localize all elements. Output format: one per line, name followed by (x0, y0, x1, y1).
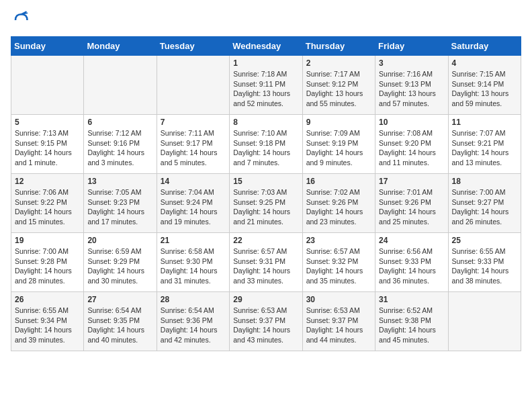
day-number: 22 (233, 236, 298, 245)
day-number: 28 (161, 295, 226, 304)
day-cell (448, 292, 521, 351)
header-day-thursday: Thursday (302, 37, 375, 56)
day-info: Sunrise: 7:17 AMSunset: 9:12 PMDaylight:… (306, 69, 371, 109)
day-number: 20 (87, 236, 152, 245)
day-cell: 12Sunrise: 7:06 AMSunset: 9:22 PMDayligh… (11, 174, 84, 233)
day-number: 23 (306, 236, 371, 245)
day-number: 18 (452, 177, 517, 186)
day-cell: 17Sunrise: 7:01 AMSunset: 9:26 PMDayligh… (375, 174, 448, 233)
day-cell: 6Sunrise: 7:12 AMSunset: 9:16 PMDaylight… (84, 115, 157, 174)
day-info: Sunrise: 6:58 AMSunset: 9:30 PMDaylight:… (161, 246, 226, 286)
day-cell: 15Sunrise: 7:03 AMSunset: 9:25 PMDayligh… (230, 174, 302, 233)
day-cell: 25Sunrise: 6:55 AMSunset: 9:33 PMDayligh… (448, 233, 521, 292)
day-number: 1 (233, 58, 298, 68)
day-info: Sunrise: 7:08 AMSunset: 9:20 PMDaylight:… (379, 128, 444, 168)
page-header (11, 11, 521, 30)
day-cell: 16Sunrise: 7:02 AMSunset: 9:26 PMDayligh… (302, 174, 375, 233)
day-number: 19 (15, 236, 80, 245)
day-info: Sunrise: 7:07 AMSunset: 9:21 PMDaylight:… (452, 128, 517, 168)
day-number: 24 (379, 236, 444, 245)
day-info: Sunrise: 6:54 AMSunset: 9:36 PMDaylight:… (161, 306, 226, 345)
day-number: 12 (15, 177, 80, 186)
day-cell: 2Sunrise: 7:17 AMSunset: 9:12 PMDaylight… (302, 56, 375, 115)
day-cell: 10Sunrise: 7:08 AMSunset: 9:20 PMDayligh… (375, 115, 448, 174)
day-cell: 21Sunrise: 6:58 AMSunset: 9:30 PMDayligh… (157, 233, 229, 292)
day-number: 16 (306, 177, 371, 186)
week-row-0: 1Sunrise: 7:18 AMSunset: 9:11 PMDaylight… (11, 56, 521, 115)
day-info: Sunrise: 7:00 AMSunset: 9:28 PMDaylight:… (15, 246, 80, 286)
day-number: 25 (452, 236, 517, 245)
header-day-friday: Friday (375, 37, 448, 56)
day-cell: 23Sunrise: 6:57 AMSunset: 9:32 PMDayligh… (302, 233, 375, 292)
day-info: Sunrise: 7:02 AMSunset: 9:26 PMDaylight:… (306, 187, 371, 227)
calendar-table: SundayMondayTuesdayWednesdayThursdayFrid… (11, 36, 521, 351)
day-cell: 29Sunrise: 6:53 AMSunset: 9:37 PMDayligh… (230, 292, 302, 351)
day-info: Sunrise: 7:06 AMSunset: 9:22 PMDaylight:… (15, 187, 80, 227)
week-row-3: 19Sunrise: 7:00 AMSunset: 9:28 PMDayligh… (11, 233, 521, 292)
week-row-4: 26Sunrise: 6:55 AMSunset: 9:34 PMDayligh… (11, 292, 521, 351)
day-cell: 11Sunrise: 7:07 AMSunset: 9:21 PMDayligh… (448, 115, 521, 174)
day-cell: 24Sunrise: 6:56 AMSunset: 9:33 PMDayligh… (375, 233, 448, 292)
day-info: Sunrise: 7:04 AMSunset: 9:24 PMDaylight:… (161, 187, 226, 227)
header-row: SundayMondayTuesdayWednesdayThursdayFrid… (11, 37, 521, 56)
day-info: Sunrise: 7:15 AMSunset: 9:14 PMDaylight:… (452, 69, 517, 109)
day-cell: 1Sunrise: 7:18 AMSunset: 9:11 PMDaylight… (230, 56, 302, 115)
day-info: Sunrise: 7:13 AMSunset: 9:15 PMDaylight:… (15, 128, 80, 168)
header-day-monday: Monday (84, 37, 157, 56)
day-info: Sunrise: 7:03 AMSunset: 9:25 PMDaylight:… (233, 187, 298, 227)
day-info: Sunrise: 6:55 AMSunset: 9:34 PMDaylight:… (15, 306, 80, 345)
day-info: Sunrise: 7:00 AMSunset: 9:27 PMDaylight:… (452, 187, 517, 227)
day-info: Sunrise: 7:18 AMSunset: 9:11 PMDaylight:… (233, 69, 298, 109)
day-cell (157, 56, 229, 115)
day-number: 5 (15, 118, 80, 127)
day-info: Sunrise: 7:05 AMSunset: 9:23 PMDaylight:… (87, 187, 152, 227)
day-info: Sunrise: 6:52 AMSunset: 9:38 PMDaylight:… (379, 306, 444, 345)
day-cell: 22Sunrise: 6:57 AMSunset: 9:31 PMDayligh… (230, 233, 302, 292)
day-number: 10 (379, 118, 444, 127)
day-number: 31 (379, 295, 444, 304)
day-cell: 26Sunrise: 6:55 AMSunset: 9:34 PMDayligh… (11, 292, 84, 351)
day-number: 11 (452, 118, 517, 127)
day-number: 26 (15, 295, 80, 304)
day-cell: 14Sunrise: 7:04 AMSunset: 9:24 PMDayligh… (157, 174, 229, 233)
day-cell: 20Sunrise: 6:59 AMSunset: 9:29 PMDayligh… (84, 233, 157, 292)
day-info: Sunrise: 6:59 AMSunset: 9:29 PMDaylight:… (87, 246, 152, 286)
day-cell: 3Sunrise: 7:16 AMSunset: 9:13 PMDaylight… (375, 56, 448, 115)
day-cell: 19Sunrise: 7:00 AMSunset: 9:28 PMDayligh… (11, 233, 84, 292)
day-info: Sunrise: 6:54 AMSunset: 9:35 PMDaylight:… (87, 306, 152, 345)
day-info: Sunrise: 6:57 AMSunset: 9:31 PMDaylight:… (233, 246, 298, 286)
header-day-sunday: Sunday (11, 37, 84, 56)
day-cell: 9Sunrise: 7:09 AMSunset: 9:19 PMDaylight… (302, 115, 375, 174)
day-number: 29 (233, 295, 298, 304)
logo-icon (11, 11, 30, 30)
day-info: Sunrise: 7:10 AMSunset: 9:18 PMDaylight:… (233, 128, 298, 168)
day-number: 4 (452, 58, 517, 68)
day-cell: 28Sunrise: 6:54 AMSunset: 9:36 PMDayligh… (157, 292, 229, 351)
header-day-tuesday: Tuesday (157, 37, 229, 56)
day-number: 3 (379, 58, 444, 68)
day-info: Sunrise: 7:11 AMSunset: 9:17 PMDaylight:… (161, 128, 226, 168)
day-info: Sunrise: 6:55 AMSunset: 9:33 PMDaylight:… (452, 246, 517, 286)
day-cell: 13Sunrise: 7:05 AMSunset: 9:23 PMDayligh… (84, 174, 157, 233)
day-cell: 4Sunrise: 7:15 AMSunset: 9:14 PMDaylight… (448, 56, 521, 115)
day-cell: 27Sunrise: 6:54 AMSunset: 9:35 PMDayligh… (84, 292, 157, 351)
day-number: 7 (161, 118, 226, 127)
day-cell (11, 56, 84, 115)
day-cell: 8Sunrise: 7:10 AMSunset: 9:18 PMDaylight… (230, 115, 302, 174)
day-number: 2 (306, 58, 371, 68)
day-info: Sunrise: 7:12 AMSunset: 9:16 PMDaylight:… (87, 128, 152, 168)
day-number: 30 (306, 295, 371, 304)
day-cell: 18Sunrise: 7:00 AMSunset: 9:27 PMDayligh… (448, 174, 521, 233)
logo (11, 11, 32, 30)
day-number: 14 (161, 177, 226, 186)
day-cell (84, 56, 157, 115)
day-info: Sunrise: 7:16 AMSunset: 9:13 PMDaylight:… (379, 69, 444, 109)
day-cell: 7Sunrise: 7:11 AMSunset: 9:17 PMDaylight… (157, 115, 229, 174)
day-info: Sunrise: 6:57 AMSunset: 9:32 PMDaylight:… (306, 246, 371, 286)
day-cell: 30Sunrise: 6:53 AMSunset: 9:37 PMDayligh… (302, 292, 375, 351)
day-number: 27 (87, 295, 152, 304)
calendar-header: SundayMondayTuesdayWednesdayThursdayFrid… (11, 37, 521, 56)
day-cell: 31Sunrise: 6:52 AMSunset: 9:38 PMDayligh… (375, 292, 448, 351)
day-info: Sunrise: 6:56 AMSunset: 9:33 PMDaylight:… (379, 246, 444, 286)
day-number: 17 (379, 177, 444, 186)
